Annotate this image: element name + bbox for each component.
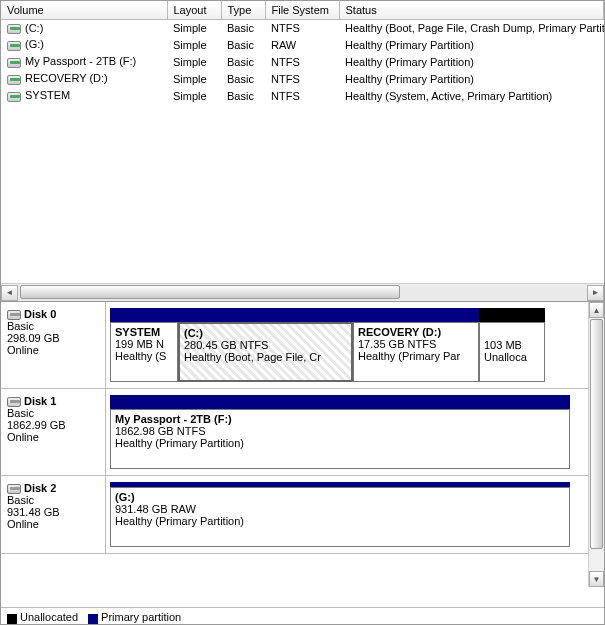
partition[interactable]: (G:)931.48 GB RAWHealthy (Primary Partit…: [110, 487, 570, 547]
disk-partitions: SYSTEM199 MB NHealthy (S(C:)280.45 GB NT…: [106, 302, 604, 388]
volume-icon: [7, 58, 21, 68]
partition[interactable]: 103 MBUnalloca: [479, 322, 545, 382]
volume-table: Volume Layout Type File System Status (C…: [1, 1, 604, 104]
disk-icon: [7, 484, 21, 494]
partition[interactable]: (C:)280.45 GB NTFSHealthy (Boot, Page Fi…: [178, 322, 353, 382]
scroll-up-button[interactable]: ▲: [589, 302, 604, 318]
legend-swatch-navy: [88, 614, 98, 624]
volume-list-pane: Volume Layout Type File System Status (C…: [1, 1, 604, 302]
partition[interactable]: SYSTEM199 MB NHealthy (S: [110, 322, 178, 382]
table-row[interactable]: (G:)SimpleBasicRAWHealthy (Primary Parti…: [1, 36, 604, 53]
disk-partitions: My Passport - 2TB (F:)1862.98 GB NTFSHea…: [106, 389, 604, 475]
disk-row: Disk 1Basic1862.99 GBOnlineMy Passport -…: [1, 389, 604, 476]
legend: Unallocated Primary partition: [1, 607, 604, 625]
legend-swatch-black: [7, 614, 17, 624]
col-type[interactable]: Type: [221, 1, 265, 19]
disk-row: Disk 2Basic931.48 GBOnline(G:)931.48 GB …: [1, 476, 604, 554]
col-status[interactable]: Status: [339, 1, 604, 19]
partition[interactable]: My Passport - 2TB (F:)1862.98 GB NTFSHea…: [110, 409, 570, 469]
scroll-left-button[interactable]: ◄: [1, 285, 18, 301]
volume-icon: [7, 92, 21, 102]
table-row[interactable]: (C:)SimpleBasicNTFSHealthy (Boot, Page F…: [1, 19, 604, 36]
scroll-thumb[interactable]: [20, 285, 400, 299]
column-header-row: Volume Layout Type File System Status: [1, 1, 604, 19]
disk-info[interactable]: Disk 2Basic931.48 GBOnline: [1, 476, 106, 553]
disk-icon: [7, 397, 21, 407]
scroll-right-button[interactable]: ►: [587, 285, 604, 301]
col-filesystem[interactable]: File System: [265, 1, 339, 19]
vscroll-thumb[interactable]: [590, 319, 603, 549]
volume-icon: [7, 24, 21, 34]
volume-icon: [7, 75, 21, 85]
volume-icon: [7, 41, 21, 51]
table-row[interactable]: SYSTEMSimpleBasicNTFSHealthy (System, Ac…: [1, 87, 604, 104]
disk-partitions: (G:)931.48 GB RAWHealthy (Primary Partit…: [106, 476, 604, 553]
scroll-track[interactable]: [18, 285, 587, 301]
scroll-down-button[interactable]: ▼: [589, 571, 604, 587]
disk-info[interactable]: Disk 0Basic298.09 GBOnline: [1, 302, 106, 388]
col-volume[interactable]: Volume: [1, 1, 167, 19]
legend-primary: Primary partition: [88, 611, 181, 623]
horizontal-scrollbar[interactable]: ◄ ►: [1, 283, 604, 301]
disk-graphical-pane: Disk 0Basic298.09 GBOnlineSYSTEM199 MB N…: [1, 302, 604, 607]
col-layout[interactable]: Layout: [167, 1, 221, 19]
table-row[interactable]: My Passport - 2TB (F:)SimpleBasicNTFSHea…: [1, 53, 604, 70]
vertical-scrollbar[interactable]: ▲ ▼: [588, 302, 604, 587]
partition[interactable]: RECOVERY (D:)17.35 GB NTFSHealthy (Prima…: [353, 322, 479, 382]
disk-info[interactable]: Disk 1Basic1862.99 GBOnline: [1, 389, 106, 475]
disk-icon: [7, 310, 21, 320]
table-row[interactable]: RECOVERY (D:)SimpleBasicNTFSHealthy (Pri…: [1, 70, 604, 87]
legend-unallocated: Unallocated: [7, 611, 78, 623]
disk-row: Disk 0Basic298.09 GBOnlineSYSTEM199 MB N…: [1, 302, 604, 389]
